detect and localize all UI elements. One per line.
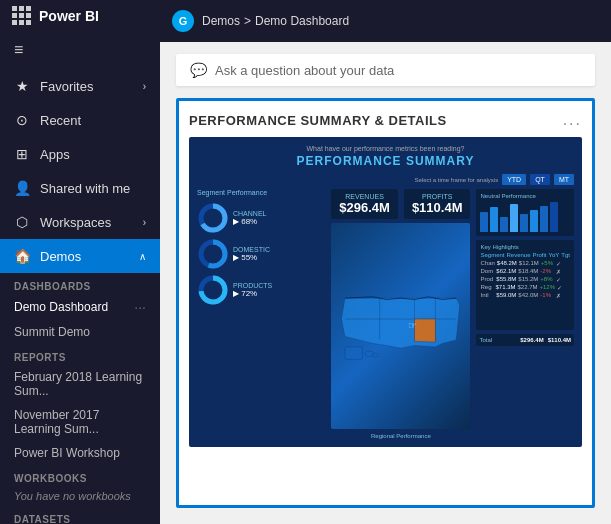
- viz-subtitle: What have our performance metrics been r…: [197, 145, 574, 152]
- waffle-icon[interactable]: [12, 6, 31, 25]
- sidebar-header: Power BI: [0, 0, 160, 31]
- filter-qt-button[interactable]: QT: [530, 174, 550, 185]
- dashboard-card: PERFORMANCE SUMMARY & DETAILS ... What h…: [176, 98, 595, 508]
- nav-sub-report-3[interactable]: Power BI Workshop: [0, 441, 160, 465]
- channel-row: CHANNEL ▶ 68%: [197, 202, 325, 234]
- select-label: Select a time frame for analysis: [414, 177, 498, 183]
- table-row: Reg $71.3M $22.7M +12% ✓: [480, 284, 570, 291]
- products-metrics: PRODUCTS ▶ 72%: [233, 282, 272, 298]
- card-title: PERFORMANCE SUMMARY & DETAILS: [189, 113, 447, 128]
- perf-title-bar: What have our performance metrics been r…: [197, 145, 574, 168]
- qa-icon: 💬: [190, 62, 207, 78]
- neutral-perf-label: Neutral Performance: [480, 193, 570, 199]
- section-reports: REPORTS: [0, 344, 160, 365]
- products-row: PRODUCTS ▶ 72%: [197, 274, 325, 306]
- nav-sub-label: Demo Dashboard: [14, 300, 108, 314]
- table-row: Chan $48.2M $12.1M +5% ✓: [480, 260, 570, 267]
- highlights-label: Key Highlights: [480, 244, 570, 250]
- sidebar-item-demos[interactable]: 🏠 Demos ∧: [0, 239, 160, 273]
- sidebar-item-label: Recent: [40, 113, 81, 128]
- shared-icon: 👤: [14, 180, 30, 196]
- card-menu-button[interactable]: ...: [563, 111, 582, 129]
- revenues-value: $296.4M: [339, 200, 390, 215]
- table-row: Intl $59.0M $42.0M -1% ✗: [480, 292, 570, 299]
- sidebar-item-label: Workspaces: [40, 215, 111, 230]
- svg-point-11: [365, 351, 373, 357]
- svg-text:☞: ☞: [408, 320, 417, 331]
- breadcrumb-separator: >: [244, 14, 251, 28]
- workspaces-icon: ⬡: [14, 214, 30, 230]
- profits-value: $110.4M: [412, 200, 463, 215]
- qa-placeholder: Ask a question about your data: [215, 63, 394, 78]
- domestic-row: DOMESTIC ▶ 55%: [197, 238, 325, 270]
- sidebar-item-apps[interactable]: ⊞ Apps: [0, 137, 160, 171]
- section-dashboards: DASHBOARDS: [0, 273, 160, 294]
- context-menu-icon[interactable]: ···: [134, 299, 146, 315]
- key-highlights-table: Key Highlights Segment Revenue Profit Yo…: [476, 240, 574, 330]
- demos-icon: 🏠: [14, 248, 30, 264]
- revenues-label: REVENUES: [339, 193, 390, 200]
- domestic-metrics: DOMESTIC ▶ 55%: [233, 246, 270, 262]
- top-bar: G Demos > Demo Dashboard: [160, 0, 611, 42]
- chevron-down-icon: ∧: [139, 251, 146, 262]
- sidebar-item-favorites[interactable]: ★ Favorites ›: [0, 69, 160, 103]
- breadcrumb-dashboard: Demo Dashboard: [255, 14, 349, 28]
- breadcrumb-demos[interactable]: Demos: [202, 14, 240, 28]
- qa-bar[interactable]: 💬 Ask a question about your data: [176, 54, 595, 86]
- sidebar-item-workspaces[interactable]: ⬡ Workspaces ›: [0, 205, 160, 239]
- performance-viz: What have our performance metrics been r…: [189, 137, 582, 447]
- section-workbooks: WORKBOOKS: [0, 465, 160, 486]
- app-name: Power BI: [39, 8, 99, 24]
- no-workbooks-text: You have no workbooks: [0, 486, 160, 506]
- chevron-icon: ›: [143, 81, 146, 92]
- sidebar-item-recent[interactable]: ⊙ Recent: [0, 103, 160, 137]
- nav-sub-demo-dashboard[interactable]: Demo Dashboard ···: [0, 294, 160, 320]
- us-map: ☞: [331, 223, 470, 429]
- viz-title: PERFORMANCE SUMMARY: [197, 154, 574, 168]
- nav-sub-report-2[interactable]: November 2017 Learning Sum...: [0, 403, 160, 441]
- svg-point-12: [373, 353, 379, 357]
- nav-sub-label: February 2018 Learning Sum...: [14, 370, 146, 398]
- filter-ytd-button[interactable]: YTD: [502, 174, 526, 185]
- segment-label: Segment Performance: [197, 189, 325, 196]
- section-datasets: DATASETS: [0, 506, 160, 524]
- svg-rect-10: [345, 347, 362, 360]
- recent-icon: ⊙: [14, 112, 30, 128]
- user-badge[interactable]: G: [172, 10, 194, 32]
- favorites-icon: ★: [14, 78, 30, 94]
- sidebar-item-shared[interactable]: 👤 Shared with me: [0, 171, 160, 205]
- sidebar-item-label: Favorites: [40, 79, 93, 94]
- nav-sub-label: Summit Demo: [14, 325, 90, 339]
- nav-sub-report-1[interactable]: February 2018 Learning Sum...: [0, 365, 160, 403]
- sidebar: Power BI ≡ ★ Favorites › ⊙ Recent ⊞ Apps…: [0, 0, 160, 524]
- perf-left: Segment Performance CHANNEL ▶ 68%: [197, 189, 325, 439]
- table-row: Prod $55.8M $15.2M +8% ✓: [480, 276, 570, 283]
- regional-label: Regional Performance: [331, 433, 470, 439]
- perf-right: Neutral Performance: [476, 189, 574, 439]
- nav-sub-label: Power BI Workshop: [14, 446, 120, 460]
- profits-label: PROFITS: [412, 193, 463, 200]
- filter-mt-button[interactable]: MT: [554, 174, 574, 185]
- nav-sub-label: November 2017 Learning Sum...: [14, 408, 146, 436]
- sidebar-item-label: Apps: [40, 147, 70, 162]
- breadcrumb: Demos > Demo Dashboard: [202, 14, 349, 28]
- sidebar-item-label: Demos: [40, 249, 81, 264]
- channel-metrics: CHANNEL ▶ 68%: [233, 210, 266, 226]
- hamburger-button[interactable]: ≡: [0, 31, 160, 69]
- nav-sub-summit-demo[interactable]: Summit Demo: [0, 320, 160, 344]
- perf-body: Segment Performance CHANNEL ▶ 68%: [197, 189, 574, 439]
- apps-icon: ⊞: [14, 146, 30, 162]
- table-row: Dom $62.1M $18.4M -2% ✗: [480, 268, 570, 275]
- card-header: PERFORMANCE SUMMARY & DETAILS ...: [189, 111, 582, 129]
- main-content: G Demos > Demo Dashboard 💬 Ask a questio…: [160, 0, 611, 524]
- chevron-icon: ›: [143, 217, 146, 228]
- sidebar-item-label: Shared with me: [40, 181, 130, 196]
- table-header: Segment Revenue Profit YoY Tgt: [480, 252, 570, 258]
